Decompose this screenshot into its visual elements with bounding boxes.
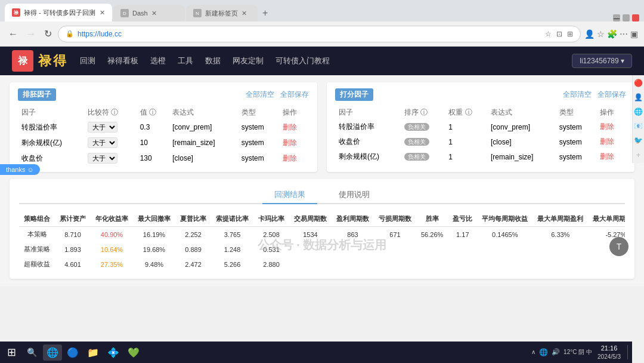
tab-bar: 禄 禄得 - 可转债多因子回测 ✕ D Dash ✕ N 新建标签页 ✕ + — [0,0,644,21]
settings-menu-icon[interactable]: ⋯ [620,29,628,39]
table-row: 转股溢价率 大于 0.3 [conv_prem] system 删除 [18,119,309,135]
lock-icon: 🔒 [66,30,74,38]
taskbar-item-file[interactable]: 📁 [83,344,103,361]
col-weight: 权重 ⓘ [445,106,487,119]
tab-backtest[interactable]: 回测结果 [262,186,317,204]
tab-1[interactable]: 禄 禄得 - 可转债多因子回测 ✕ [5,4,112,21]
minimize-button[interactable]: — [613,14,620,21]
factor-sections-row: 排胚因子 全部清空 全部保存 因子 比较符 ⓘ 值 ⓘ 表达式 类型 [10,82,634,172]
dafen-table: 因子 排序 ⓘ 权重 ⓘ 表达式 类型 操作 转股溢价率 负相关 1 [335,106,626,164]
nav-forward-button[interactable]: → [24,27,38,41]
col-sort: 排序 ⓘ [401,106,445,119]
tab-favicon-3: N [193,9,202,17]
nav-link-kanban[interactable]: 禄得看板 [107,56,138,66]
tab-3[interactable]: N 新建标签页 ✕ [186,5,258,21]
sys-tray: ∧ 🌐 🔊 12°C 阴 中 21:16 2024/5/3 [531,344,630,360]
col-expression: 表达式 [487,106,556,119]
nav-link-tutorial[interactable]: 可转债入门教程 [275,56,330,66]
restore-button[interactable] [623,14,630,21]
results-section: 回测结果 使用说明 策略组合 累计资产 年化收益率 最大回撤率 夏普比率 [10,179,634,279]
tab-title-2: Dash [132,10,148,17]
col-expression: 表达式 [169,106,238,119]
tab-title-1: 禄得 - 可转债多因子回测 [24,8,95,17]
main-content: 排胚因子 全部清空 全部保存 因子 比较符 ⓘ 值 ⓘ 表达式 类型 [0,75,644,286]
tab-title-3: 新建标签页 [205,9,238,18]
dafen-save-button[interactable]: 全部保存 [597,90,626,100]
nav-link-custom[interactable]: 网友定制 [233,56,264,66]
paipei-save-button[interactable]: 全部保存 [280,90,309,100]
tray-volume[interactable]: 🔊 [552,348,560,356]
star-icon[interactable]: ☆ [597,29,605,39]
sidebar-icon-4[interactable]: 📧 [634,122,643,130]
taskbar-item-edge[interactable]: 🔵 [63,344,82,361]
nav-link-xuanjv[interactable]: 选橙 [150,56,166,66]
paipei-header: 排胚因子 全部清空 全部保存 [18,88,309,101]
sidebar-icon-1[interactable]: 🔴 [634,79,643,87]
share-icon[interactable]: ⊡ [556,30,562,38]
col-action: 操作 [279,106,309,119]
result-tabs: 回测结果 使用说明 [19,186,625,204]
sidebar-icon-2[interactable]: 👤 [634,93,643,101]
tray-up-arrow[interactable]: ∧ [531,349,535,355]
new-tab-button[interactable]: + [258,5,273,21]
sidebar-icon-5[interactable]: 🐦 [634,136,643,144]
search-button[interactable]: 🔍 [22,345,42,359]
col-factor: 因子 [18,106,84,119]
results-table: 策略组合 累计资产 年化收益率 最大回撤率 夏普比率 索提诺比率 卡玛比率 交易… [19,211,625,272]
tray-weather: 12°C 阴 中 [564,348,592,356]
start-button[interactable]: ⊞ [2,343,21,361]
tab-favicon-1: 禄 [12,8,20,17]
logo: 禄 禄得 [12,50,68,72]
taskbar-clock[interactable]: 21:16 2024/5/3 [596,344,623,360]
user-label: li123456789 ▾ [580,57,624,65]
col-type: 类型 [238,106,279,119]
show-desktop-button[interactable] [627,345,630,359]
bookmark-icon[interactable]: ☆ [545,30,552,38]
nav-refresh-button[interactable]: ↻ [42,27,54,41]
paipei-factor-section: 排胚因子 全部清空 全部保存 因子 比较符 ⓘ 值 ⓘ 表达式 类型 [10,82,317,172]
close-button[interactable] [632,14,639,21]
taskbar-item-vs[interactable]: 💠 [104,344,123,361]
nav-link-tools[interactable]: 工具 [178,56,193,66]
paipei-table: 因子 比较符 ⓘ 值 ⓘ 表达式 类型 操作 转股溢价率 大于 0.3 [18,106,309,166]
col-value: 值 ⓘ [137,106,169,119]
scroll-top-button[interactable]: T [609,237,628,256]
address-bar[interactable]: 🔒 https://lude.cc ☆ ⊡ ⊞ [58,26,581,42]
dafen-clear-button[interactable]: 全部清空 [563,90,592,100]
sidebar-icon-6[interactable]: + [634,150,643,159]
table-row: 本策略 8.710 40.90% 16.19% 2.252 3.765 2.50… [19,227,625,242]
paipei-clear-button[interactable]: 全部清空 [246,90,274,100]
tab-close-1[interactable]: ✕ [100,9,105,17]
results-table-container: 策略组合 累计资产 年化收益率 最大回撤率 夏普比率 索提诺比率 卡玛比率 交易… [19,211,625,272]
dafen-header: 打分因子 全部清空 全部保存 [335,88,626,101]
taskbar: ⊞ 🔍 🌐 🔵 📁 💠 💚 ∧ 🌐 🔊 12°C 阴 中 21:16 2024/… [0,342,632,363]
tab-close-2[interactable]: ✕ [151,10,157,17]
tab-close-3[interactable]: ✕ [242,10,247,17]
extensions-icon[interactable]: 🧩 [607,29,617,39]
dafen-actions: 全部清空 全部保存 [563,90,626,100]
logo-icon: 禄 [12,50,33,72]
profile-icon[interactable]: 👤 [584,29,595,39]
tray-network[interactable]: 🌐 [539,348,548,356]
paipei-title: 排胚因子 [18,88,56,101]
sidebar-icon-3[interactable]: 🌐 [634,107,643,116]
dafen-title: 打分因子 [335,88,373,101]
col-factor: 因子 [335,106,401,119]
thanks-badge: thanks ☺ [0,164,40,175]
right-sidebar: 🔴 👤 🌐 📧 🐦 + [632,75,644,163]
taskbar-item-wechat[interactable]: 💚 [124,344,143,361]
nav-back-button[interactable]: ← [6,27,20,41]
url-text: https://lude.cc [78,30,122,38]
taskbar-item-browser[interactable]: 🌐 [43,344,62,361]
nav-link-huice[interactable]: 回测 [80,56,95,66]
logo-text: 禄得 [38,52,68,70]
user-button[interactable]: li123456789 ▾ [572,54,632,68]
col-compare: 比较符 ⓘ [84,106,137,119]
nav-link-data[interactable]: 数据 [205,56,221,66]
sidebar-toggle-icon[interactable]: ▣ [630,29,638,39]
tab-2[interactable]: D Dash ✕ [113,5,185,21]
tab-instructions[interactable]: 使用说明 [327,186,382,204]
table-row: 转股溢价率 负相关 1 [conv_prem] system 删除 [335,119,626,134]
table-row: 收盘价 负相关 1 [close] system 删除 [335,134,626,149]
extension-icon[interactable]: ⊞ [567,30,573,38]
